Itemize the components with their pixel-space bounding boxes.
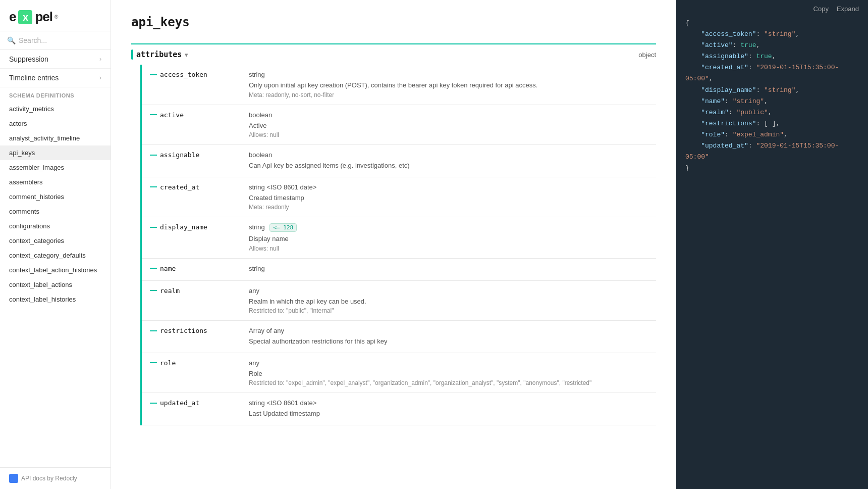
field-name-col: display_name <box>150 223 241 231</box>
field-details: string <ISO 8601 date> Last Updated time… <box>249 399 656 419</box>
field-name: access_token <box>160 71 207 78</box>
schema-item-actors[interactable]: actors <box>0 116 111 131</box>
field-h-bar <box>150 290 157 291</box>
footer-label: API docs by Redocly <box>21 475 77 482</box>
json-key: "restrictions" <box>685 120 756 127</box>
fields-area: access_token string Only upon initial ap… <box>131 65 656 425</box>
schema-item-assembler-images[interactable]: assembler_images <box>0 160 111 175</box>
logo-x: x <box>18 10 32 24</box>
schema-section-label: SCHEMA DEFINITIONS <box>0 87 111 102</box>
json-key: "access_token" <box>685 30 756 38</box>
field-type: Array of any <box>249 327 656 334</box>
field-type: string <box>249 265 656 272</box>
field-name: role <box>160 359 176 367</box>
field-name: active <box>160 111 184 119</box>
field-type: string <= 128 <box>249 223 656 232</box>
expand-button[interactable]: Expand <box>837 5 859 13</box>
field-row: created_at string <ISO 8601 date> Create… <box>142 177 656 218</box>
field-desc: Last Updated timestamp <box>249 409 656 419</box>
schema-item-comment-histories[interactable]: comment_histories <box>0 189 111 204</box>
json-value: "string" <box>733 97 764 105</box>
nav-timeline-entries[interactable]: Timeline entries › <box>0 69 111 87</box>
field-details: boolean Active Allows: null <box>249 111 656 139</box>
field-type: string <ISO 8601 date> <box>249 399 656 407</box>
fields-container: access_token string Only upon initial ap… <box>142 65 656 425</box>
json-value: [ ], <box>764 120 780 127</box>
search-placeholder: Search... <box>19 36 47 44</box>
field-name: created_at <box>160 183 199 191</box>
chevron-right-icon: › <box>99 74 101 81</box>
field-details: any Role Restricted to: "expel_admin", "… <box>249 359 656 387</box>
field-name: display_name <box>160 223 207 231</box>
attributes-toggle[interactable]: ▾ <box>185 51 188 59</box>
json-open-brace: { <box>685 19 689 27</box>
json-value: "string" <box>764 30 795 38</box>
field-h-bar <box>150 186 157 187</box>
schema-item-context-categories[interactable]: context_categories <box>0 233 111 248</box>
field-type: boolean <box>249 151 656 159</box>
field-type: any <box>249 359 656 367</box>
logo-prefix: e <box>9 9 16 25</box>
json-close-brace: } <box>685 164 689 172</box>
schema-item-activity-metrics[interactable]: activity_metrics <box>0 102 111 116</box>
json-key: "role" <box>685 131 725 138</box>
field-meta: Meta: readonly <box>249 204 656 211</box>
field-name-col: restrictions <box>150 327 241 334</box>
field-h-bar <box>150 268 157 269</box>
field-name-col: created_at <box>150 183 241 191</box>
attr-bar <box>131 50 133 60</box>
field-details: string <= 128 Display name Allows: null <box>249 223 656 252</box>
schema-item-context-category-defaults[interactable]: context_category_defaults <box>0 248 111 263</box>
field-meta: Meta: readonly, no-sort, no-filter <box>249 91 656 99</box>
json-value: "public" <box>736 109 768 116</box>
schema-item-context-label-action-histories[interactable]: context_label_action_histories <box>0 263 111 277</box>
nav-suppression[interactable]: Suppression › <box>0 50 111 69</box>
logo-area: e x pel ® <box>0 0 111 31</box>
json-key: "display_name" <box>685 86 756 94</box>
api-docs-footer: API docs by Redocly <box>0 467 111 489</box>
schema-item-context-label-histories[interactable]: context_label_histories <box>0 292 111 307</box>
attributes-label: attributes <box>136 50 182 59</box>
field-name: realm <box>160 287 180 295</box>
schema-item-assemblers[interactable]: assemblers <box>0 175 111 189</box>
copy-button[interactable]: Copy <box>813 5 829 13</box>
schema-item-api-keys[interactable]: api_keys <box>0 145 111 160</box>
field-name: name <box>160 265 176 272</box>
field-row: display_name string <= 128 Display name … <box>142 217 656 259</box>
field-details: string <box>249 265 656 274</box>
field-row: active boolean Active Allows: null <box>142 105 656 145</box>
schema-item-context-label-actions[interactable]: context_label_actions <box>0 277 111 292</box>
field-row: access_token string Only upon initial ap… <box>142 65 656 105</box>
field-name: assignable <box>160 151 199 159</box>
page-title: api_keys <box>131 15 656 29</box>
field-name: updated_at <box>160 399 199 407</box>
json-key: "realm" <box>685 109 729 116</box>
logo-trademark: ® <box>55 14 58 20</box>
json-value: "expel_admin" <box>733 131 784 138</box>
field-desc: Realm in which the api key can be used. <box>249 297 656 307</box>
schema-item-comments[interactable]: comments <box>0 204 111 219</box>
right-panel-toolbar: Copy Expand <box>676 0 868 18</box>
json-key: "assignable" <box>685 53 748 60</box>
field-row: restrictions Array of any Special author… <box>142 321 656 353</box>
field-h-bar <box>150 74 157 75</box>
search-box[interactable]: 🔍 Search... <box>0 31 111 50</box>
field-h-bar <box>150 362 157 363</box>
json-key: "name" <box>685 97 725 105</box>
field-row: realm any Realm in which the api key can… <box>142 281 656 321</box>
field-meta: Restricted to: "public", "internal" <box>249 307 656 314</box>
schema-item-configurations[interactable]: configurations <box>0 219 111 233</box>
field-details: any Realm in which the api key can be us… <box>249 287 656 315</box>
field-row: assignable boolean Can Api key be assign… <box>142 145 656 177</box>
schema-item-analyst-activity-timeline[interactable]: analyst_activity_timeline <box>0 131 111 145</box>
json-value: "string" <box>764 86 795 94</box>
field-desc: Special authorization restrictions for t… <box>249 336 656 347</box>
field-name: restrictions <box>160 327 207 334</box>
json-key: "created_at" <box>685 64 748 71</box>
json-content: { "access_token": "string", "active": tr… <box>676 18 868 183</box>
field-name-col: realm <box>150 287 241 295</box>
attributes-type: object <box>638 51 656 59</box>
field-name-col: updated_at <box>150 399 241 407</box>
field-h-bar <box>150 227 157 228</box>
field-desc: Created timestamp <box>249 193 656 203</box>
